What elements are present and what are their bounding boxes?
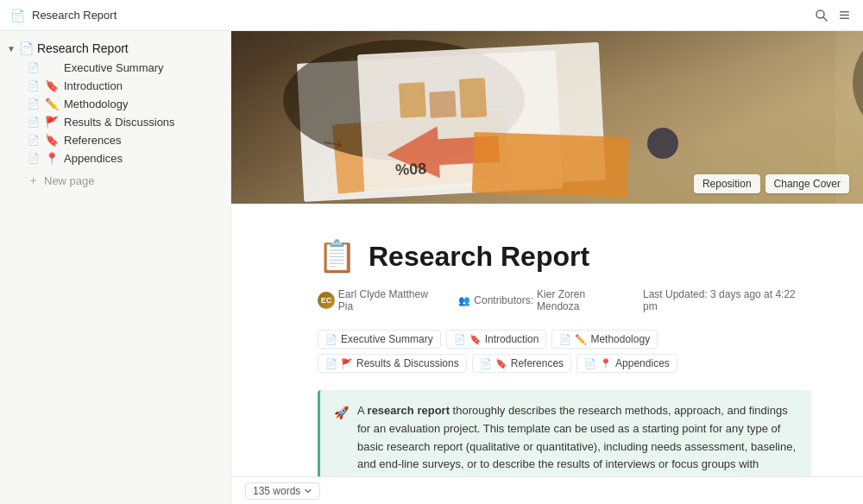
last-updated-text: Last Updated: 3 days ago at 4:22 pm (643, 288, 811, 312)
doc-icon: 📄 (28, 62, 40, 73)
more-options-button[interactable] (836, 7, 853, 23)
svg-rect-3 (840, 15, 849, 16)
content-area: → (231, 31, 863, 504)
bottom-bar: 135 words (231, 476, 863, 504)
page-icon: 📍 (45, 152, 59, 165)
sidebar-item-references[interactable]: 📄 🔖 References (3, 131, 227, 149)
sidebar-item-label: References (64, 134, 121, 147)
doc-icon: 📄 (480, 358, 492, 369)
sidebar-item-label: Appendices (64, 152, 123, 165)
author-name: Earl Clyde Matthew Pia (338, 288, 445, 312)
subpage-label: Introduction (485, 333, 539, 345)
subpage-chip-references[interactable]: 📄 🔖 References (472, 354, 571, 373)
meta-row: EC Earl Clyde Matthew Pia 👥 Contributors… (318, 288, 811, 312)
main-layout: ▼ 📄 Research Report 📄 Executive Summary … (0, 31, 863, 504)
page-icon: 🚩 (45, 116, 59, 129)
doc-icon: 📄 (454, 334, 466, 345)
doc-icon: 📄 (325, 334, 337, 345)
sidebar: ▼ 📄 Research Report 📄 Executive Summary … (0, 31, 231, 504)
doc-icon: 📄 (325, 358, 337, 369)
svg-line-1 (823, 17, 827, 21)
reposition-button[interactable]: Reposition (694, 174, 760, 193)
subpage-chip-results[interactable]: 📄 🚩 Results & Discussions (318, 354, 467, 373)
cover-action-buttons: Reposition Change Cover (694, 174, 849, 193)
page-title-row: 📋 Research Report (318, 238, 811, 274)
sidebar-root-doc-icon: 📄 (19, 41, 34, 55)
chevron-down-icon: ▼ (7, 44, 16, 54)
more-icon (838, 9, 851, 22)
doc-icon: 📄 (559, 334, 571, 345)
doc-icon: 📄 (28, 98, 40, 110)
sidebar-item-label: Results & Discussions (64, 116, 175, 129)
doc-icon: 📄 (28, 153, 40, 164)
sidebar-root-item[interactable]: ▼ 📄 Research Report (0, 38, 230, 59)
sidebar-item-executive-summary[interactable]: 📄 Executive Summary (3, 59, 227, 77)
sidebar-item-label: Methodology (64, 98, 128, 110)
doc-icon: 📄 (28, 80, 40, 91)
sidebar-item-introduction[interactable]: 📄 🔖 Introduction (3, 77, 227, 95)
cover-image: → (231, 31, 863, 204)
subpage-label: References (511, 357, 564, 369)
sidebar-root-label: Research Report (37, 41, 129, 55)
last-updated-meta: Last Updated: 3 days ago at 4:22 pm (643, 288, 811, 312)
svg-rect-2 (840, 11, 849, 13)
subpage-label: Results & Discussions (356, 357, 459, 369)
top-bar-title: Research Report (32, 9, 117, 22)
contributors-meta: 👥 Contributors: Kier Zoren Mendoza (458, 288, 629, 312)
top-bar-actions (813, 7, 853, 23)
word-count-text: 135 words (253, 485, 300, 497)
subpages-row: 📄 Executive Summary 📄 🔖 Introduction 📄 ✏… (318, 330, 811, 373)
contributors-name: Kier Zoren Mendoza (537, 288, 629, 312)
sidebar-item-methodology[interactable]: 📄 ✏️ Methodology (3, 95, 227, 113)
sidebar-item-appendices[interactable]: 📄 📍 Appendices (3, 149, 227, 167)
page-icon: 🔖 (469, 334, 482, 345)
page-icon-small: 📄 (10, 9, 25, 22)
page-icon: 📍 (600, 358, 612, 369)
page-icon: 🚩 (341, 358, 353, 369)
page-emoji-icon: 📋 (318, 238, 356, 274)
search-icon (815, 9, 828, 22)
page-icon: 🔖 (495, 358, 507, 369)
page-icon: ✏️ (575, 334, 587, 345)
change-cover-button[interactable]: Change Cover (765, 174, 849, 193)
subpage-chip-introduction[interactable]: 📄 🔖 Introduction (446, 330, 547, 349)
plus-icon: ＋ (28, 173, 39, 188)
page-title: Research Report (369, 241, 589, 273)
sidebar-item-label: Executive Summary (64, 61, 164, 74)
svg-rect-4 (840, 18, 849, 20)
subpage-chip-appendices[interactable]: 📄 📍 Appendices (576, 354, 677, 373)
author-meta: EC Earl Clyde Matthew Pia (318, 288, 444, 312)
page-icon: ✏️ (45, 98, 59, 110)
sidebar-item-results[interactable]: 📄 🚩 Results & Discussions (3, 113, 227, 131)
sidebar-item-label: Introduction (64, 79, 123, 92)
contributors-icon: 👥 (458, 295, 470, 306)
subpage-chip-executive-summary[interactable]: 📄 Executive Summary (318, 330, 441, 349)
chevron-down-icon (304, 487, 312, 495)
page-icon: 🔖 (45, 134, 59, 147)
subpage-label: Executive Summary (341, 333, 433, 345)
author-initials: EC (321, 296, 332, 305)
doc-icon: 📄 (584, 358, 596, 369)
search-button[interactable] (813, 7, 829, 23)
new-page-button[interactable]: ＋ New page (3, 169, 227, 192)
word-count-button[interactable]: 135 words (245, 482, 320, 500)
subpage-chip-methodology[interactable]: 📄 ✏️ Methodology (551, 330, 658, 349)
doc-icon: 📄 (28, 117, 40, 128)
subpage-label: Appendices (615, 357, 670, 369)
page-body: 📋 Research Report EC Earl Clyde Matthew … (231, 204, 863, 504)
banner-bold-text: research report (368, 404, 450, 417)
top-bar: 📄 Research Report (0, 0, 863, 31)
contributors-label: Contributors: (474, 294, 533, 306)
author-avatar: EC (318, 292, 335, 309)
subpage-label: Methodology (590, 333, 650, 345)
doc-icon: 📄 (28, 135, 40, 146)
page-icon: 🔖 (45, 79, 59, 92)
new-page-label: New page (44, 174, 95, 187)
